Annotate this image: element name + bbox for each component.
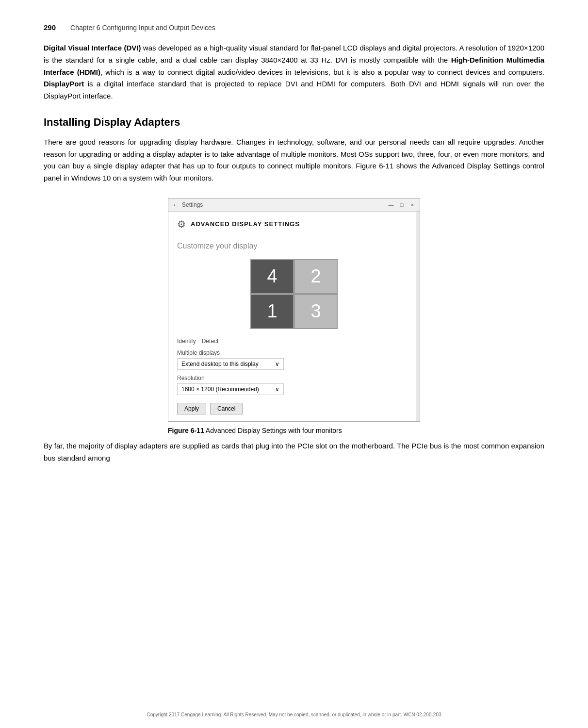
identify-detect-row: Identify Detect <box>177 338 411 345</box>
monitor-3[interactable]: 3 <box>294 294 338 329</box>
multiple-displays-dropdown[interactable]: Extend desktop to this display ∨ <box>177 358 284 370</box>
titlebar-label: Settings <box>182 201 203 208</box>
resolution-arrow: ∨ <box>275 386 279 393</box>
intro-paragraph: Digital Visual Interface (DVI) was devel… <box>44 42 544 102</box>
multiple-displays-value: Extend desktop to this display <box>181 361 259 367</box>
section-heading: Installing Display Adapters <box>44 116 544 129</box>
figure-container: ← Settings — □ × ⚙ ADVANCED DISPLAY SETT… <box>44 198 544 434</box>
multiple-displays-label: Multiple displays <box>177 349 411 356</box>
win-content-wrapper: ⚙ ADVANCED DISPLAY SETTINGS Customize yo… <box>168 212 420 421</box>
after-figure-paragraph: By far, the majority of display adapters… <box>44 440 544 464</box>
customize-label: Customize your display <box>177 242 411 250</box>
cancel-button[interactable]: Cancel <box>210 403 243 414</box>
copyright: Copyright 2017 Cengage Learning. All Rig… <box>0 712 588 717</box>
chapter-title: Chapter 6 Configuring Input and Output D… <box>70 24 215 32</box>
displayport-term: DisplayPort <box>44 80 84 88</box>
section-body: There are good reasons for upgrading dis… <box>44 136 544 184</box>
the-word: The <box>397 442 409 450</box>
monitor-2[interactable]: 2 <box>294 259 338 294</box>
gear-icon: ⚙ <box>177 218 186 230</box>
page-number: 290 <box>44 23 56 32</box>
close-button[interactable]: × <box>409 201 416 208</box>
win-header: ⚙ ADVANCED DISPLAY SETTINGS <box>177 218 411 235</box>
hdmi-term: High-Definition Multimedia Interface (HD… <box>44 56 544 76</box>
monitor-1[interactable]: 1 <box>250 294 294 329</box>
maximize-button[interactable]: □ <box>398 201 405 208</box>
minimize-button[interactable]: — <box>388 201 394 208</box>
back-arrow-icon[interactable]: ← <box>172 201 179 209</box>
resolution-value: 1600 × 1200 (Recommended) <box>181 386 259 393</box>
monitor-4[interactable]: 4 <box>250 259 294 294</box>
dvi-term: Digital Visual Interface (DVI) <box>44 44 141 52</box>
detect-button[interactable]: Detect <box>202 338 219 345</box>
win-controls: — □ × <box>388 201 416 208</box>
resolution-label: Resolution <box>177 375 411 381</box>
page: 290 Chapter 6 Configuring Input and Outp… <box>0 0 588 728</box>
figure-caption-text: Advanced Display Settings with four moni… <box>206 427 342 434</box>
page-header: 290 Chapter 6 Configuring Input and Outp… <box>44 23 544 32</box>
identify-button[interactable]: Identify <box>177 338 196 345</box>
apply-button[interactable]: Apply <box>177 403 206 414</box>
figure-caption-bold: Figure 6-11 <box>168 427 204 434</box>
scrollbar[interactable] <box>416 212 420 421</box>
windows-screenshot: ← Settings — □ × ⚙ ADVANCED DISPLAY SETT… <box>168 198 420 422</box>
win-titlebar-left: ← Settings <box>172 201 203 209</box>
resolution-dropdown[interactable]: 1600 × 1200 (Recommended) ∨ <box>177 383 284 395</box>
figure-caption: Figure 6-11 Advanced Display Settings wi… <box>168 427 420 434</box>
win-title-text: ADVANCED DISPLAY SETTINGS <box>191 220 300 228</box>
monitors-bottom-row: 1 3 <box>250 294 338 329</box>
win-content: ⚙ ADVANCED DISPLAY SETTINGS Customize yo… <box>168 212 420 421</box>
win-action-buttons: Apply Cancel <box>177 403 411 414</box>
monitors-top-row: 4 2 <box>250 259 338 294</box>
monitors-grid: 4 2 1 3 <box>245 259 343 329</box>
win-titlebar: ← Settings — □ × <box>168 199 420 212</box>
multiple-displays-arrow: ∨ <box>275 361 279 367</box>
